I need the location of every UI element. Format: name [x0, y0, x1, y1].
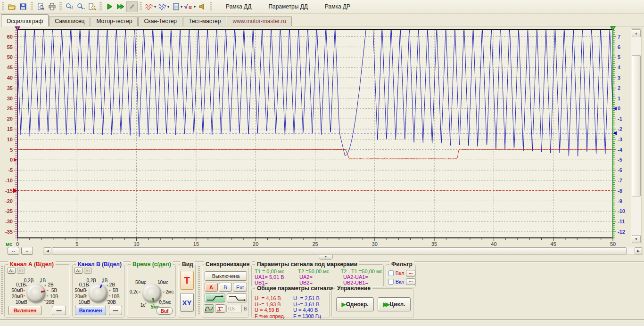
sync-source-b-button[interactable]: В [219, 283, 232, 292]
channel-a-ground-marker[interactable] [14, 158, 17, 162]
sync-falling-edge-button[interactable] [227, 293, 247, 302]
marker-a-button[interactable]: .. [21, 247, 33, 255]
svg-text:↕: ↕ [71, 4, 74, 9]
dropdown-arrow-icon[interactable]: ▾ [194, 5, 196, 9]
toolbar-text-button[interactable]: Параметры ДД [263, 1, 313, 12]
x-axis-label: 5 [75, 241, 78, 247]
dropdown-arrow-icon[interactable]: ▾ [167, 5, 169, 9]
sync-off-button[interactable]: Выключена [205, 271, 247, 281]
filter-options-button[interactable]: ... [406, 270, 415, 277]
toolbar-gripper[interactable] [2, 2, 4, 11]
signal-a-menu-button[interactable]: + [144, 1, 155, 12]
cyclic-run-button[interactable]: ▶▶ Цикл. [378, 297, 411, 311]
cyclic-run-label: Цикл. [389, 301, 405, 308]
scroll-down-button[interactable]: ▼ [632, 235, 641, 243]
run-control-title: Управление [335, 285, 372, 292]
knob-scale-label: 1В [40, 278, 46, 283]
tab[interactable]: www.motor-master.ru [227, 16, 291, 26]
filter-checkbox[interactable] [388, 279, 394, 285]
left-axis-label: -15 [5, 188, 13, 194]
left-axis-label: 40 [7, 75, 13, 81]
sync-mode-level-button[interactable] [215, 304, 225, 313]
panel-collapse-handle[interactable]: ▼ [319, 255, 333, 260]
print-preview-button[interactable] [35, 1, 46, 12]
panel-gripper[interactable] [1, 266, 3, 315]
sync-mode-wave-button[interactable] [204, 304, 214, 313]
x-axis-label: 0 [16, 241, 19, 247]
scroll-right-button[interactable]: ▶ [635, 247, 642, 254]
dropdown-arrow-icon[interactable]: ▾ [154, 5, 156, 9]
tab[interactable]: Осциллограф [1, 14, 49, 26]
zoom-horizontal-button[interactable]: ↔ [75, 1, 86, 12]
svg-text:√: √ [184, 3, 188, 10]
toolbar-gripper[interactable] [31, 2, 33, 11]
filter-checkbox[interactable] [388, 270, 394, 276]
marker-params-title: Параметры сигнала под маркерами [255, 261, 359, 268]
sync-source-a-button[interactable]: А [205, 283, 218, 292]
sound-button[interactable] [197, 1, 208, 12]
view-xy-button[interactable]: XY [180, 293, 194, 312]
zoom-selection-button[interactable] [86, 1, 98, 12]
channel-a-autocenter-button: А↕ [17, 268, 25, 274]
knob-scale-label: 50мс [135, 280, 146, 285]
right-axis-label: -6 [618, 167, 622, 173]
start-button[interactable] [104, 1, 115, 12]
marker-b-button[interactable]: .. [8, 247, 19, 255]
knob-scale-label: 0,1В [79, 282, 89, 287]
start-cyclic-button[interactable] [115, 1, 126, 12]
toolbar-gripper[interactable] [59, 2, 62, 11]
knob-scale-label: 10В [50, 294, 58, 299]
zoom-vertical-button[interactable]: ↕ [64, 1, 75, 12]
signal-b-menu-button[interactable]: + [157, 1, 168, 12]
channel-b-ground-marker[interactable] [613, 106, 617, 110]
channel-b-invert-button[interactable]: — [109, 306, 122, 315]
horizontal-scrollbar[interactable]: ◀ ▶ [43, 247, 643, 255]
toolbar-text-button[interactable]: Рамка ДР [320, 1, 355, 12]
channel-a-power-button[interactable]: Включен [8, 306, 41, 315]
filter-options-button[interactable]: ... [406, 278, 415, 285]
tab[interactable]: Мотор-тестер [91, 16, 138, 26]
panel-gripper[interactable] [198, 266, 200, 315]
toolbar-text-button[interactable]: Рамка ДД [221, 1, 256, 12]
sync-source-ext-button[interactable]: Ext [233, 283, 247, 292]
channel-a-invert-button[interactable]: — [52, 306, 66, 315]
toolbar-gripper[interactable] [210, 2, 212, 11]
toolbar-gripper[interactable] [140, 2, 142, 11]
toolbar-gripper[interactable] [99, 2, 102, 11]
level-marker-b-handle[interactable] [613, 131, 617, 135]
channel-a-autoscale-button[interactable]: А↕ [8, 268, 16, 274]
oscillogram-plot[interactable]: 605550454035302520151050-5-10-15-20-25-3… [0, 26, 629, 247]
channel-b-autoscale-button[interactable]: А↕ [74, 268, 83, 274]
right-axis-label: -2 [618, 126, 622, 132]
scroll-up-button[interactable]: ▲ [632, 29, 641, 37]
tab[interactable]: Самописец [49, 16, 90, 26]
control-panel: Канал А (В/дел) 0,2В1В0,1В2В50мВ5В20мВ10… [0, 262, 644, 319]
tab[interactable]: Скан-Тестер [138, 16, 182, 26]
view-t-button[interactable]: T [180, 271, 194, 290]
scroll-left-button[interactable]: ◀ [44, 247, 51, 254]
play-icon: ▶ [341, 301, 344, 308]
vertical-scrollbar[interactable]: ▲ ▼ [631, 28, 642, 244]
print-button[interactable] [46, 1, 58, 12]
dropdown-arrow-icon[interactable]: ▾ [181, 5, 182, 9]
open-file-button[interactable] [6, 1, 17, 12]
left-axis-label: 50 [7, 54, 13, 60]
calculator-menu-button[interactable] [170, 1, 182, 12]
x-axis-label: 40 [491, 241, 496, 247]
buffer-button[interactable]: Buf [157, 307, 173, 315]
vertical-scroll-thumb[interactable] [632, 55, 641, 196]
math-menu-button[interactable]: √α [183, 1, 195, 12]
single-run-button[interactable]: ▶ Однокр. [336, 297, 374, 311]
tab[interactable]: Тест-мастер [183, 16, 226, 26]
knob-scale-label: 10мВ [16, 299, 27, 304]
save-button[interactable] [17, 1, 29, 12]
svg-text:↔: ↔ [81, 5, 85, 10]
sync-level-input[interactable] [226, 305, 242, 312]
channel-b-power-button[interactable]: Включен [75, 306, 106, 315]
knob-scale-label: 10мс [157, 280, 168, 285]
calculator-icon [172, 3, 180, 10]
floppy-icon [19, 3, 27, 10]
horizontal-scroll-thumb[interactable] [52, 247, 627, 254]
sync-rising-edge-button[interactable] [205, 293, 225, 302]
svg-text:+: + [151, 4, 153, 8]
